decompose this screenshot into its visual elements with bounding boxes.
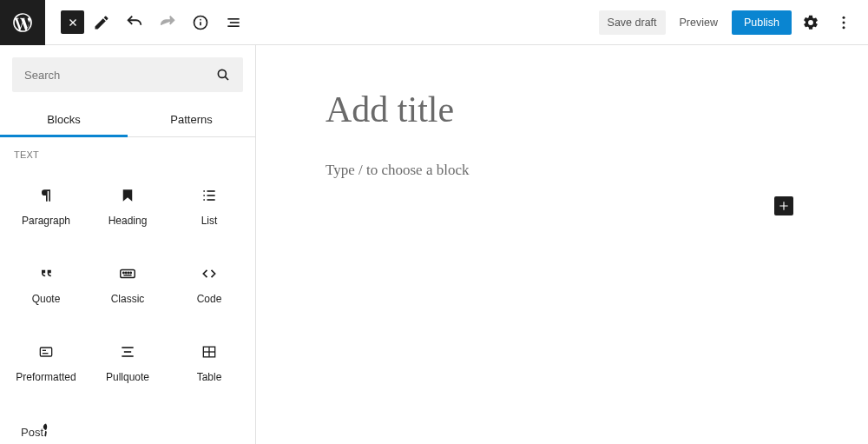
block-label: Quote [32,293,61,305]
search-input[interactable] [24,69,215,82]
redo-button [152,7,183,38]
block-paragraph[interactable]: Paragraph [5,167,87,245]
section-label-text: TEXT [0,137,255,167]
pencil-icon [93,14,110,31]
block-inserter-panel: Blocks Patterns TEXT Paragraph Heading [0,45,256,444]
publish-button[interactable]: Publish [732,10,792,35]
document-info-button[interactable] [185,7,216,38]
search-field[interactable] [12,57,243,92]
block-grid: Paragraph Heading List [0,167,255,444]
tab-patterns[interactable]: Patterns [128,104,255,136]
svg-rect-23 [40,348,51,356]
undo-button[interactable] [119,7,150,38]
toggle-inserter-button[interactable] [61,10,84,34]
block-classic[interactable]: Classic [87,245,168,323]
gear-icon [802,14,819,31]
preview-button[interactable]: Preview [671,10,727,35]
kebab-icon [835,14,852,31]
info-icon [192,14,209,31]
block-pullquote[interactable]: Pullquote [87,323,168,401]
table-icon [199,341,220,362]
list-view-button[interactable] [218,7,249,38]
topbar-right: Save draft Preview Publish [599,9,868,36]
inserter-tabs: Blocks Patterns [0,104,255,137]
save-draft-button[interactable]: Save draft [599,10,666,35]
settings-button[interactable] [797,9,825,36]
block-code[interactable]: Code [168,245,250,323]
plus-icon [778,200,790,212]
workspace: Blocks Patterns TEXT Paragraph Heading [0,45,868,444]
svg-line-10 [225,76,228,80]
svg-point-8 [843,26,845,29]
topbar-left [0,0,249,44]
block-label: Paragraph [22,215,70,227]
classic-icon [117,263,138,284]
block-table[interactable]: Table [168,323,250,401]
block-label: Classic [111,293,145,305]
list-icon [199,185,220,206]
search-icon [215,67,231,83]
block-preformatted[interactable]: Preformatted [5,323,87,401]
block-label: Table [197,371,222,383]
wordpress-logo[interactable] [0,0,45,45]
svg-point-21 [130,272,131,273]
svg-point-2 [200,18,201,20]
block-label: Pullquote [106,371,149,383]
search-wrap [0,45,255,104]
heading-icon [117,185,138,206]
list-view-icon [225,14,242,31]
svg-point-7 [843,21,845,23]
paragraph-icon [36,185,56,206]
code-icon [199,263,220,284]
svg-point-19 [125,272,126,273]
block-verse[interactable]: Verse [5,401,87,444]
svg-point-9 [218,70,226,77]
add-block-button[interactable] [774,196,793,215]
edit-tool-button[interactable] [86,7,117,38]
more-options-button[interactable] [830,9,858,36]
footer-status: Post [21,426,43,439]
pullquote-icon [117,341,138,362]
block-label: List [201,215,218,227]
tab-blocks[interactable]: Blocks [0,104,128,136]
redo-icon [158,13,177,32]
close-icon [67,17,79,29]
blocks-scroll[interactable]: TEXT Paragraph Heading [0,137,255,444]
editor-topbar: Save draft Preview Publish [0,0,868,45]
block-quote[interactable]: Quote [5,245,87,323]
block-list[interactable]: List [168,167,250,245]
block-heading[interactable]: Heading [87,167,168,245]
block-label: Code [197,293,222,305]
preformatted-icon [36,341,56,362]
svg-point-20 [128,272,128,273]
block-label: Heading [108,215,148,227]
undo-icon [125,13,144,32]
quote-icon [36,263,56,284]
post-title-placeholder[interactable]: Add title [326,89,868,130]
post-body-placeholder[interactable]: Type / to choose a block [326,162,868,179]
editor-canvas[interactable]: Add title Type / to choose a block [256,45,868,444]
svg-point-18 [123,272,124,273]
block-label: Preformatted [16,371,76,383]
svg-point-6 [843,16,845,18]
